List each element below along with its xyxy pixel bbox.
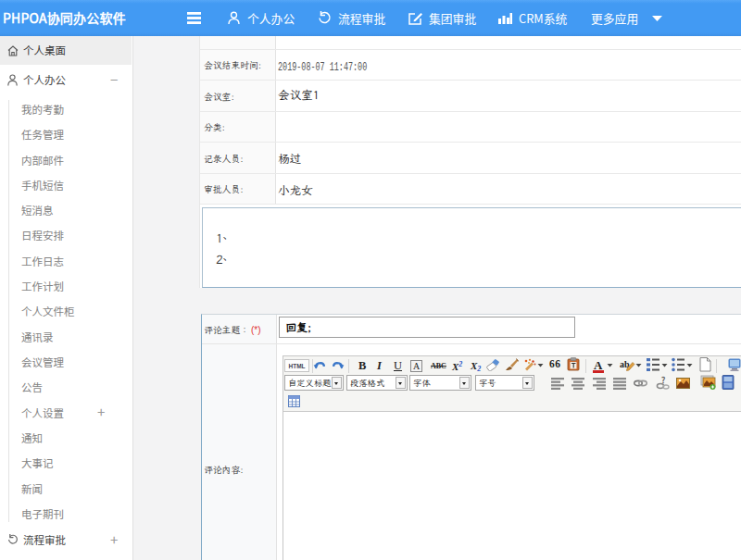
svg-text:?: ? [661,376,665,386]
